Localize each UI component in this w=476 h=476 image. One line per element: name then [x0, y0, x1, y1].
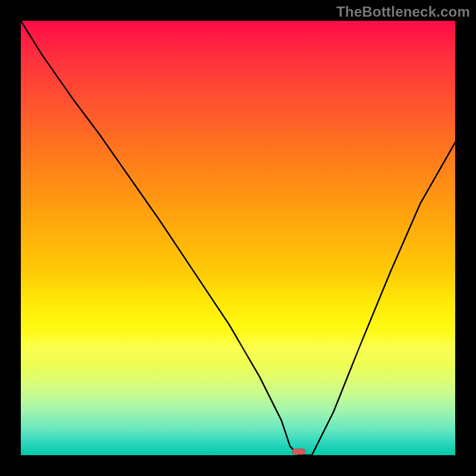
- curve-svg: [21, 21, 455, 455]
- watermark-text: TheBottleneck.com: [336, 4, 470, 20]
- bottleneck-curve: [21, 21, 455, 455]
- chart-container: TheBottleneck.com: [0, 0, 476, 476]
- plot-area: [21, 21, 455, 455]
- optimal-marker: [292, 449, 305, 455]
